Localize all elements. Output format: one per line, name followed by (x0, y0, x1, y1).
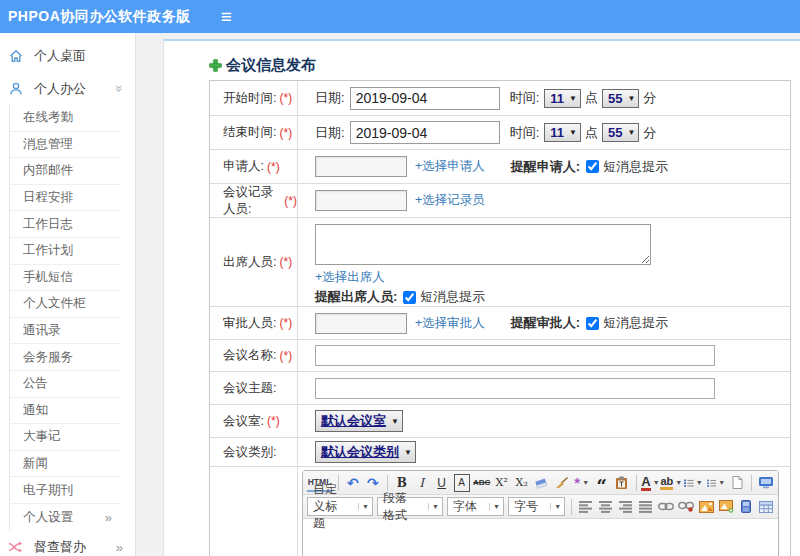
sidebar-item-online-attendance[interactable]: 在线考勤 (10, 105, 120, 132)
format-brush-icon[interactable] (554, 474, 570, 492)
end-minute-select[interactable]: 55▼ (602, 123, 639, 142)
meeting-room-select[interactable]: 默认会议室▼ (315, 410, 403, 432)
blockquote-icon[interactable]: “ (594, 474, 610, 492)
field-label: 结束时间: (223, 124, 276, 141)
custom-title-dropdown[interactable]: 自定义标题▼ (307, 497, 373, 516)
meeting-form: 开始时间:(*) 日期: 时间: 11▼ 点 55▼ 分 结束时间:(*) 日期… (209, 80, 791, 556)
superscript-icon[interactable]: X² (494, 474, 510, 492)
sidebar-item-supervision[interactable]: 督查督办 » (0, 531, 135, 556)
font-color-icon[interactable]: A▼ (643, 474, 659, 492)
add-icon (209, 59, 222, 72)
subscript-icon[interactable]: X₂ (514, 474, 530, 492)
form-row-meeting-subject: 会议主题: (210, 372, 790, 405)
start-hour-select[interactable]: 11▼ (544, 89, 581, 108)
recorder-input[interactable] (315, 190, 407, 211)
eraser-icon[interactable] (534, 474, 550, 492)
sidebar-item-internal-mail[interactable]: 内部邮件 (10, 158, 120, 185)
sidebar-item-meeting-service[interactable]: 会务服务 (10, 344, 120, 371)
content-panel: 会议信息发布 开始时间:(*) 日期: 时间: 11▼ 点 55▼ 分 结束时间… (163, 39, 800, 556)
sidebar-item-mobile-sms[interactable]: 手机短信 (10, 265, 120, 292)
insert-table-icon[interactable] (758, 498, 774, 516)
sidebar-item-e-journal[interactable]: 电子期刊 (10, 477, 120, 504)
strikethrough-icon[interactable]: ABC (474, 474, 490, 492)
required-mark: (*) (279, 316, 292, 330)
sidebar-item-personal-file-cabinet[interactable]: 个人文件柜 (10, 291, 120, 318)
paste-icon[interactable] (614, 474, 630, 492)
hamburger-menu-icon[interactable]: ≡ (221, 7, 232, 26)
highlight-color-icon[interactable]: ab▼ (663, 474, 681, 492)
approver-sms-checkbox[interactable] (586, 317, 599, 330)
insert-link-icon[interactable] (658, 498, 674, 516)
attendees-textarea[interactable] (315, 224, 651, 265)
align-justify-icon[interactable] (638, 498, 654, 516)
chevron-double-down-icon: » (112, 85, 127, 92)
font-border-icon[interactable]: A (454, 474, 470, 492)
required-mark: (*) (279, 349, 292, 363)
start-minute-select[interactable]: 55▼ (602, 89, 639, 108)
meeting-category-select[interactable]: 默认会议类别▼ (315, 441, 416, 463)
choose-attendees-link[interactable]: +选择出席人 (315, 269, 385, 286)
form-row-recorder: 会议记录人员:(*) +选择记录员 (210, 184, 790, 218)
align-right-icon[interactable] (618, 498, 634, 516)
sidebar-item-news[interactable]: 新闻 (10, 451, 120, 478)
minute-unit-label: 分 (643, 124, 656, 142)
form-row-applicant: 申请人:(*) +选择申请人 提醒申请人: 短消息提示 (210, 150, 790, 184)
sidebar-item-work-plan[interactable]: 工作计划 (10, 238, 120, 265)
dropdown-arrow-icon: ▼ (428, 503, 439, 510)
insert-media-icon[interactable] (738, 498, 754, 516)
end-hour-select[interactable]: 11▼ (544, 123, 581, 142)
approver-input[interactable] (315, 313, 407, 334)
underline-icon[interactable]: U (434, 474, 450, 492)
dropdown-arrow-icon: ▼ (653, 479, 660, 486)
form-row-meeting-name: 会议名称:(*) (210, 340, 790, 372)
applicant-input[interactable] (315, 156, 407, 177)
align-left-icon[interactable] (578, 498, 594, 516)
dropdown-arrow-icon: ▼ (675, 479, 682, 486)
start-date-input[interactable] (350, 87, 500, 110)
required-mark: (*) (279, 255, 292, 269)
field-label: 申请人: (223, 158, 264, 175)
remove-link-icon[interactable] (678, 498, 694, 516)
editor-content-area[interactable] (303, 519, 778, 556)
sidebar-item-personal-office[interactable]: 个人办公 » (0, 72, 135, 105)
home-icon (8, 48, 26, 64)
insert-image-upload-icon[interactable] (718, 498, 734, 516)
app-title: PHPOA协同办公软件政务版 (8, 8, 191, 26)
new-page-icon[interactable] (729, 474, 745, 492)
editor-toolbar-row1: HTML ↶ ↷ B I U A ABC X² X₂ (303, 471, 778, 495)
font-family-dropdown[interactable]: 字体▼ (447, 497, 504, 516)
hour-unit-label: 点 (585, 89, 598, 107)
unordered-list-icon[interactable]: ▼ (707, 474, 726, 492)
dropdown-arrow-icon: ▼ (404, 448, 412, 457)
ordered-list-icon[interactable]: ▼ (684, 474, 703, 492)
end-date-input[interactable] (350, 121, 500, 144)
sidebar-item-work-log[interactable]: 工作日志 (10, 211, 120, 238)
applicant-sms-checkbox[interactable] (586, 160, 599, 173)
dropdown-arrow-icon: ▼ (718, 479, 725, 486)
meeting-name-input[interactable] (315, 345, 715, 366)
sidebar-item-notice[interactable]: 通知 (10, 398, 120, 425)
sidebar-item-personal-settings[interactable]: 个人设置» (10, 504, 120, 531)
choose-approver-link[interactable]: +选择审批人 (415, 315, 485, 332)
dropdown-arrow-icon: ▼ (627, 94, 635, 103)
meeting-subject-input[interactable] (315, 378, 715, 399)
sidebar-item-schedule[interactable]: 日程安排 (10, 185, 120, 212)
auto-format-icon[interactable]: *▼ (574, 474, 590, 492)
insert-image-icon[interactable] (698, 498, 714, 516)
redo-icon[interactable]: ↷ (365, 474, 381, 492)
font-size-dropdown[interactable]: 字号▼ (508, 497, 565, 516)
attendees-sms-checkbox[interactable] (403, 291, 416, 304)
sidebar-item-memorabilia[interactable]: 大事记 (10, 424, 120, 451)
paragraph-format-dropdown[interactable]: 段落格式▼ (377, 497, 443, 516)
sidebar-item-contacts[interactable]: 通讯录 (10, 318, 120, 345)
align-center-icon[interactable] (598, 498, 614, 516)
sidebar-item-personal-desktop[interactable]: 个人桌面 (0, 39, 135, 72)
choose-recorder-link[interactable]: +选择记录员 (415, 192, 485, 209)
field-label: 出席人员: (223, 254, 276, 271)
date-label: 日期: (315, 124, 345, 142)
choose-applicant-link[interactable]: +选择申请人 (415, 158, 485, 175)
remind-applicant-label: 提醒申请人: (511, 158, 580, 176)
sidebar-item-message-management[interactable]: 消息管理 (10, 132, 120, 159)
fullscreen-icon[interactable] (758, 474, 774, 492)
sidebar-item-announcement[interactable]: 公告 (10, 371, 120, 398)
